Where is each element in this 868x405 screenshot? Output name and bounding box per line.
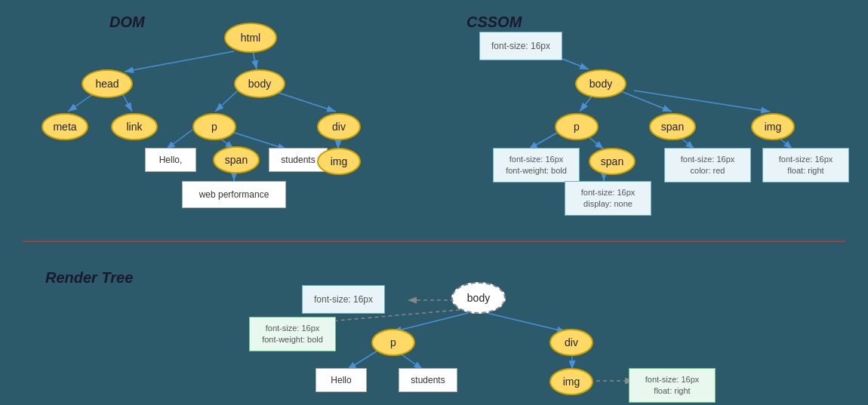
arrows-svg (0, 0, 868, 405)
render-body-node: body (451, 282, 506, 314)
svg-line-25 (392, 313, 468, 332)
cssom-p-node: p (555, 113, 599, 140)
cssom-span-child-node: span (589, 148, 636, 175)
dom-webperf-node: web performance (182, 181, 286, 208)
svg-line-7 (272, 91, 336, 112)
cssom-img-styles-box: font-size: 16px float: right (762, 148, 849, 183)
render-students-node: students (399, 368, 457, 392)
cssom-img-node: img (751, 113, 795, 140)
svg-line-2 (125, 51, 234, 72)
dom-span-node: span (213, 146, 260, 173)
cssom-body-node: body (575, 69, 626, 98)
diagram-container: DOM html head body meta link p div Hello… (0, 0, 868, 405)
render-img-node: img (549, 368, 593, 395)
section-divider (23, 241, 845, 242)
cssom-span-styles-box: font-size: 16px color: red (664, 148, 751, 183)
render-p-styles-box: font-size: 16px font-weight: bold (249, 317, 336, 351)
render-tree-title: Render Tree (45, 269, 133, 287)
dom-link-node: link (111, 113, 158, 140)
cssom-span-top-node: span (649, 113, 696, 140)
svg-line-15 (619, 91, 672, 112)
dom-p-node: p (192, 113, 236, 140)
dom-div-node: div (317, 113, 361, 140)
svg-line-16 (634, 91, 770, 112)
dom-hello-node: Hello, (145, 148, 196, 172)
dom-body-node: body (234, 69, 285, 98)
dom-html-node: html (224, 23, 277, 53)
svg-line-26 (487, 313, 566, 332)
render-fontsize-box: font-size: 16px (302, 285, 385, 314)
dom-head-node: head (82, 69, 133, 98)
render-hello-node: Hello (315, 368, 367, 392)
svg-line-8 (166, 130, 192, 149)
cssom-fontsize-box: font-size: 16px (479, 32, 562, 60)
render-img-styles-box: font-size: 16px float: right (629, 368, 716, 403)
svg-line-27 (347, 351, 377, 370)
dom-meta-node: meta (42, 113, 88, 140)
cssom-span-child-styles-box: font-size: 16px display: none (565, 181, 651, 216)
cssom-p-styles-box: font-size: 16px font-weight: bold (493, 148, 580, 183)
dom-img-node: img (317, 148, 361, 175)
svg-line-3 (253, 51, 257, 69)
dom-title: DOM (109, 14, 145, 31)
render-p-node: p (371, 329, 415, 356)
svg-line-6 (215, 91, 238, 112)
cssom-title: CSSOM (466, 14, 522, 31)
render-div-node: div (549, 329, 593, 356)
